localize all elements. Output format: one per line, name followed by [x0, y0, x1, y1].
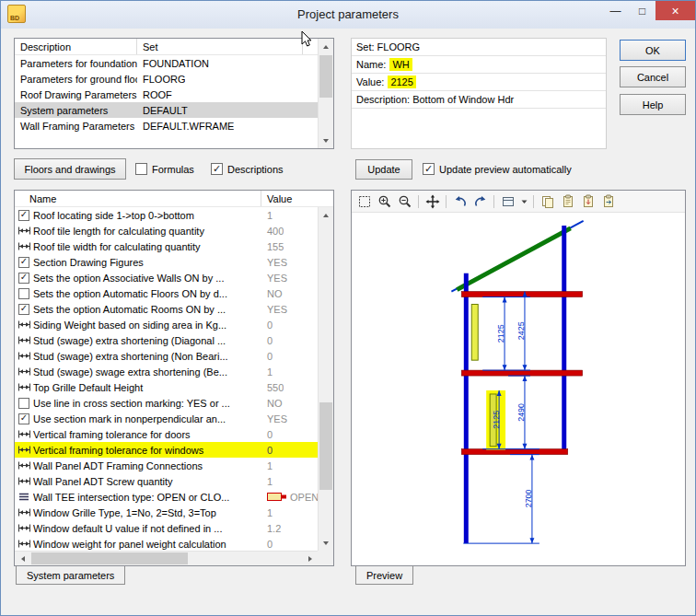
sets-table-row[interactable]: Parameters for foundationFOUNDATION [15, 55, 318, 71]
checkbox-checked-icon[interactable] [18, 304, 29, 315]
column-header-name[interactable]: Name [15, 191, 261, 206]
minimize-button[interactable]: — [602, 1, 629, 20]
checkbox-checked-icon[interactable] [18, 210, 29, 221]
param-name: Window Grille Type, 1=No, 2=Std, 3=Top [33, 507, 261, 518]
sets-table-row[interactable]: Parameters for ground floorFLOORG [15, 71, 318, 87]
param-row[interactable]: Wall Panel ADT Framing Connections1 [15, 458, 318, 473]
param-value: 1 [261, 476, 273, 487]
zoom-in-icon[interactable] [375, 192, 394, 211]
param-row[interactable]: Sets the option Automatic Rooms ON by ..… [15, 301, 318, 317]
param-name: Roof tile length for calculating quantit… [33, 226, 261, 237]
sets-table-row[interactable]: Roof Drawing ParametersROOF [15, 87, 318, 102]
scroll-thumb[interactable] [319, 402, 332, 490]
checkbox-unchecked-icon[interactable] [18, 288, 29, 299]
descriptions-checkbox[interactable]: Descriptions [211, 163, 284, 175]
detail-value-value[interactable]: 2125 [388, 76, 415, 88]
param-row[interactable]: Sets the option Automatic Floors ON by d… [15, 285, 318, 301]
house-section-drawing[interactable]: 2125 2425 2125 2490 2700 [352, 213, 685, 565]
param-row[interactable]: Roof tile width for calculating quantity… [15, 238, 318, 254]
floors-and-drawings-button[interactable]: Floors and drawings [14, 158, 126, 180]
checkbox-icon[interactable] [423, 163, 435, 175]
scroll-thumb[interactable] [31, 552, 188, 564]
checkbox-checked-icon[interactable] [18, 273, 29, 284]
param-row[interactable]: Window Grille Type, 1=No, 2=Std, 3=Top1 [15, 505, 318, 520]
titlebar[interactable]: BD Project parameters — □ × [1, 1, 695, 29]
scroll-down-icon[interactable] [319, 535, 333, 551]
scroll-up-icon[interactable] [319, 39, 333, 54]
clipboard-copy-icon[interactable] [538, 192, 557, 211]
cancel-button[interactable]: Cancel [620, 66, 686, 87]
zoom-out-icon[interactable] [395, 192, 414, 211]
param-row[interactable]: Vertical framing tolerance for doors0 [15, 426, 318, 442]
clipboard-paste-icon[interactable] [558, 192, 577, 211]
set-description: Parameters for ground floor [15, 74, 137, 85]
close-button[interactable]: × [655, 1, 695, 20]
column-header-set[interactable]: Set [137, 39, 303, 54]
param-value: 0 [261, 351, 273, 362]
param-row[interactable]: Section Drawing FiguresYES [15, 254, 318, 270]
help-button[interactable]: Help [620, 94, 686, 115]
set-description: System parameters [15, 105, 137, 116]
checkbox-checked-icon[interactable] [18, 413, 29, 424]
sets-table-row[interactable]: Wall Framing ParametersDEFAULT.WFRAME [15, 118, 318, 134]
param-row[interactable]: Use section mark in nonperpendicular an.… [15, 411, 318, 426]
param-row[interactable]: Stud (swage) extra shortening (Non Beari… [15, 348, 318, 364]
preview-drawing-area[interactable]: 2125 2425 2125 2490 2700 [352, 213, 685, 565]
param-value: YES [261, 304, 287, 315]
redo-icon[interactable] [470, 192, 490, 211]
scroll-right-icon[interactable] [302, 552, 318, 565]
param-row[interactable]: Wall TEE intersection type: OPEN or CLO.… [15, 489, 318, 505]
param-value: YES [261, 273, 287, 284]
column-header-value[interactable]: Value [261, 191, 333, 206]
param-row[interactable]: Vertical framing tolerance for windows0 [15, 442, 318, 458]
params-table-hscrollbar[interactable] [15, 551, 318, 565]
checkbox-checked-icon[interactable] [18, 257, 29, 268]
tee-open-icon [267, 492, 287, 502]
detail-name-value[interactable]: WH [389, 58, 412, 71]
pan-icon[interactable] [423, 192, 442, 211]
scroll-up-icon[interactable] [319, 207, 333, 223]
scroll-thumb[interactable] [319, 55, 332, 98]
update-preview-checkbox[interactable]: Update preview automatically [423, 163, 572, 175]
sets-table-row[interactable]: System parametersDEFAULT [15, 102, 318, 118]
param-row[interactable]: Wall Panel ADT Screw quantity1 [15, 473, 318, 489]
undo-icon[interactable] [450, 192, 470, 211]
zoom-window-icon[interactable] [354, 192, 374, 211]
param-row[interactable]: Top Grille Default Height550 [15, 379, 318, 395]
param-row[interactable]: Siding Weight based on siding area in Kg… [15, 317, 318, 332]
ok-button[interactable]: OK [620, 40, 686, 61]
column-header-description[interactable]: Description [15, 39, 137, 54]
param-value-text: 0 [267, 351, 273, 362]
params-table-vscrollbar[interactable] [318, 207, 333, 551]
param-row[interactable]: Use line in cross section marking: YES o… [15, 395, 318, 411]
param-row[interactable]: Stud (swage) swage extra shortening (Be.… [15, 364, 318, 379]
param-value-text: OPEN [290, 492, 318, 503]
clipboard-paste-arrow-icon[interactable] [578, 192, 597, 211]
checkbox-icon[interactable] [135, 163, 147, 175]
param-name: Window default U value if not defined in… [33, 523, 261, 534]
set-description: Roof Drawing Parameters [15, 89, 137, 100]
param-row[interactable]: Window default U value if not defined in… [15, 520, 318, 536]
formulas-checkbox[interactable]: Formulas [135, 163, 194, 175]
scroll-left-icon[interactable] [15, 552, 30, 565]
checkbox-icon[interactable] [211, 163, 223, 175]
tab-preview[interactable]: Preview [355, 566, 413, 585]
sets-table-scrollbar[interactable] [318, 39, 333, 148]
tab-system-parameters[interactable]: System parameters [16, 566, 125, 585]
named-views-icon[interactable] [498, 192, 517, 211]
param-row[interactable]: Roof locating side 1->top 0->bottom1 [15, 207, 318, 223]
scroll-down-icon[interactable] [319, 133, 333, 148]
param-row[interactable]: Roof tile length for calculating quantit… [15, 223, 318, 238]
param-name: Section Drawing Figures [33, 257, 261, 268]
dropdown-icon[interactable] [518, 192, 529, 211]
param-row[interactable]: Sets the option Associative Walls ON by … [15, 270, 318, 285]
update-button[interactable]: Update [355, 159, 412, 180]
param-value: 0 [261, 320, 273, 331]
checkbox-unchecked-icon[interactable] [18, 398, 29, 409]
toolbar-separator [493, 195, 494, 208]
maximize-button[interactable]: □ [629, 1, 655, 20]
param-row[interactable]: Stud (swage) extra shortening (Diagonal … [15, 332, 318, 348]
clipboard-export-icon[interactable] [598, 192, 618, 211]
dimension-icon [17, 429, 31, 439]
param-row[interactable]: Window weight for panel weight calculati… [15, 536, 318, 551]
